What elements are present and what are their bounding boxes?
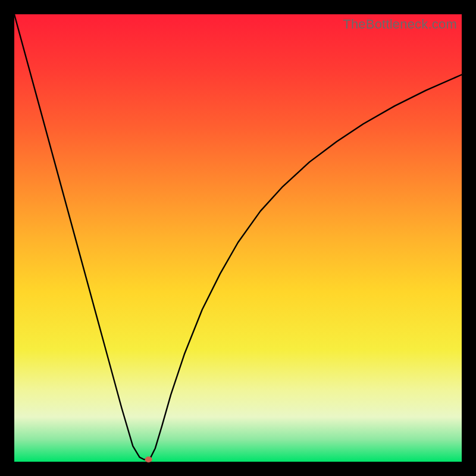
curve-svg	[14, 14, 462, 462]
minimum-marker	[145, 456, 152, 462]
chart-frame: TheBottleneck.com	[0, 0, 476, 476]
bottleneck-curve	[14, 14, 462, 459]
gradient-plot-area: TheBottleneck.com	[14, 14, 462, 462]
